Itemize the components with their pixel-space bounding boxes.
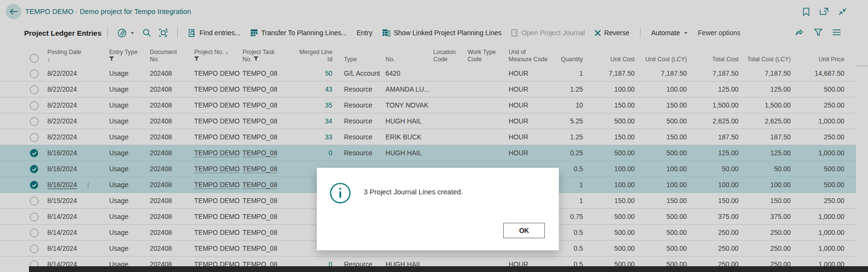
info-icon <box>329 182 351 206</box>
dialog-message: 3 Project Journal Lines created. <box>364 188 463 196</box>
ok-button[interactable]: OK <box>503 223 545 238</box>
confirmation-dialog: 3 Project Journal Lines created. OK <box>317 168 559 250</box>
